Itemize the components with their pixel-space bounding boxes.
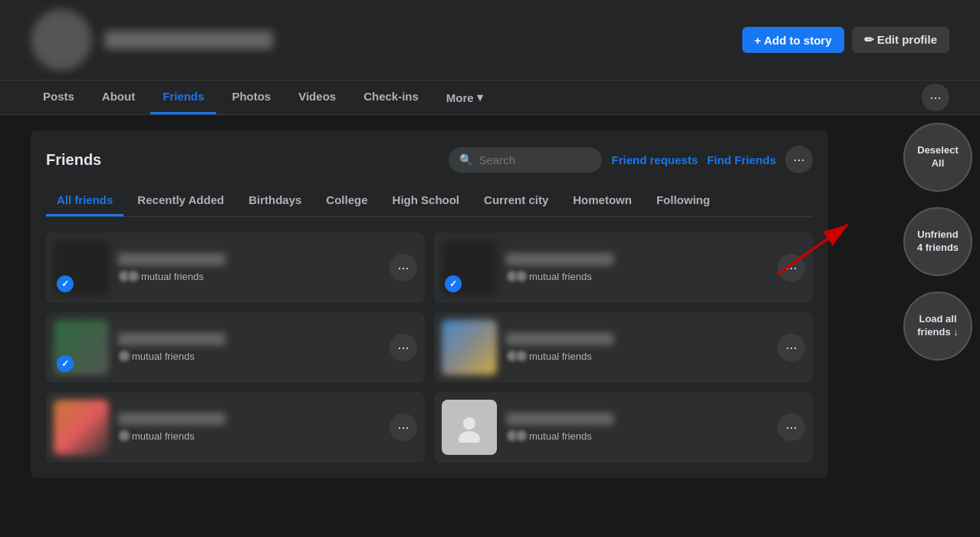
load-all-friends-button[interactable]: Load allfriends ↓ [903, 292, 972, 361]
friend-name [506, 333, 613, 345]
friend-options-button[interactable]: ··· [390, 254, 417, 282]
mutual-friends: mutual friends [118, 270, 225, 282]
friend-avatar-wrap [54, 400, 109, 455]
friend-item-left: mutual friends [442, 400, 613, 455]
friend-options-button[interactable]: ··· [390, 334, 417, 361]
list-item: ✓ mutual friends ··· [46, 312, 425, 383]
filter-tabs: All friends Recently Added Birthdays Col… [46, 186, 813, 217]
friend-name [118, 413, 225, 425]
tab-friends[interactable]: Friends [150, 81, 216, 114]
edit-profile-button[interactable]: ✏ Edit profile [852, 27, 950, 53]
tab-posts[interactable]: Posts [31, 81, 87, 114]
list-item: mutual friends ··· [46, 392, 425, 463]
profile-name-blurred [104, 31, 273, 49]
friends-header-right: 🔍 Friend requests Find Friends ··· [449, 146, 813, 173]
find-friends-link[interactable]: Find Friends [707, 153, 776, 166]
svg-point-0 [463, 417, 475, 430]
friends-card: Friends 🔍 Friend requests Find Friends ·… [31, 130, 828, 478]
friend-name [118, 333, 225, 345]
mutual-friends: mutual friends [118, 350, 225, 362]
friend-name [506, 413, 613, 425]
filter-tab-recently-added[interactable]: Recently Added [127, 186, 235, 216]
friend-info: mutual friends [506, 253, 613, 282]
friend-name [118, 253, 225, 265]
friend-avatar-wrap: ✓ [54, 320, 109, 375]
friend-item-left: mutual friends [54, 400, 225, 455]
list-item: ✓ mutual friends ··· [434, 232, 813, 303]
selected-checkmark: ✓ [445, 275, 462, 292]
friends-header: Friends 🔍 Friend requests Find Friends ·… [46, 146, 813, 173]
filter-tab-all[interactable]: All friends [46, 186, 123, 216]
search-icon: 🔍 [459, 153, 472, 166]
friend-avatar-wrap: ✓ [54, 240, 109, 295]
filter-tab-hometown[interactable]: Hometown [562, 186, 643, 216]
avatar [442, 320, 497, 375]
filter-tab-college[interactable]: College [315, 186, 378, 216]
list-item: ✓ mutual friends ··· [46, 232, 425, 303]
friend-item-left: mutual friends [442, 320, 613, 375]
list-item: mutual friends ··· [434, 312, 813, 383]
friend-info: mutual friends [506, 333, 613, 362]
mutual-friends: mutual friends [506, 430, 613, 442]
tab-about[interactable]: About [90, 81, 147, 114]
mutual-friends: mutual friends [506, 270, 613, 282]
filter-tab-current-city[interactable]: Current city [473, 186, 559, 216]
friends-more-button[interactable]: ··· [785, 146, 813, 173]
main-content: Friends 🔍 Friend requests Find Friends ·… [0, 115, 980, 493]
friends-grid: ✓ mutual friends ··· [46, 232, 813, 463]
filter-tab-high-school[interactable]: High School [382, 186, 471, 216]
nav-tabs: Posts About Friends Photos Videos Check-… [31, 81, 495, 114]
avatar [54, 400, 109, 455]
filter-tab-birthdays[interactable]: Birthdays [238, 186, 312, 216]
search-input[interactable] [478, 153, 591, 166]
profile-actions: + Add to story ✏ Edit profile [742, 27, 949, 53]
filter-tab-following[interactable]: Following [646, 186, 721, 216]
friend-avatar-wrap [442, 320, 497, 375]
friend-options-button[interactable]: ··· [390, 413, 417, 441]
selected-checkmark: ✓ [57, 275, 74, 292]
profile-avatar-area [31, 9, 273, 71]
friend-item-left: ✓ mutual friends [54, 240, 225, 295]
list-item: mutual friends ··· [434, 392, 813, 463]
friend-item-left: ✓ mutual friends [442, 240, 613, 295]
mutual-friends: mutual friends [118, 430, 225, 442]
profile-avatar [31, 9, 92, 71]
nav-more[interactable]: More ▾ [434, 81, 495, 114]
friend-options-button[interactable]: ··· [778, 254, 805, 282]
friend-info: mutual friends [506, 413, 613, 442]
floating-buttons: DeselectAll Unfriend4 friends Load allfr… [903, 123, 980, 361]
add-to-story-button[interactable]: + Add to story [742, 27, 844, 53]
friend-info: mutual friends [118, 333, 225, 362]
friends-title: Friends [46, 151, 101, 169]
friend-info: mutual friends [118, 413, 225, 442]
friend-name [506, 253, 613, 265]
nav-more-options-button[interactable]: ··· [922, 84, 949, 111]
friend-requests-link[interactable]: Friend requests [611, 153, 698, 166]
avatar [442, 400, 497, 455]
profile-banner: + Add to story ✏ Edit profile [0, 0, 980, 81]
search-box: 🔍 [449, 147, 602, 173]
friend-options-button[interactable]: ··· [778, 413, 805, 441]
friend-avatar-wrap [442, 400, 497, 455]
tab-photos[interactable]: Photos [219, 81, 283, 114]
tab-checkins[interactable]: Check-ins [351, 81, 431, 114]
friend-item-left: ✓ mutual friends [54, 320, 225, 375]
deselect-all-button[interactable]: DeselectAll [903, 123, 972, 192]
unfriend-button[interactable]: Unfriend4 friends [903, 207, 972, 276]
tab-videos[interactable]: Videos [286, 81, 348, 114]
selected-checkmark: ✓ [57, 355, 74, 372]
profile-nav: Posts About Friends Photos Videos Check-… [0, 81, 980, 115]
friend-options-button[interactable]: ··· [778, 334, 805, 361]
friend-avatar-wrap: ✓ [442, 240, 497, 295]
mutual-friends: mutual friends [506, 350, 613, 362]
friend-info: mutual friends [118, 253, 225, 282]
svg-point-1 [459, 431, 480, 443]
